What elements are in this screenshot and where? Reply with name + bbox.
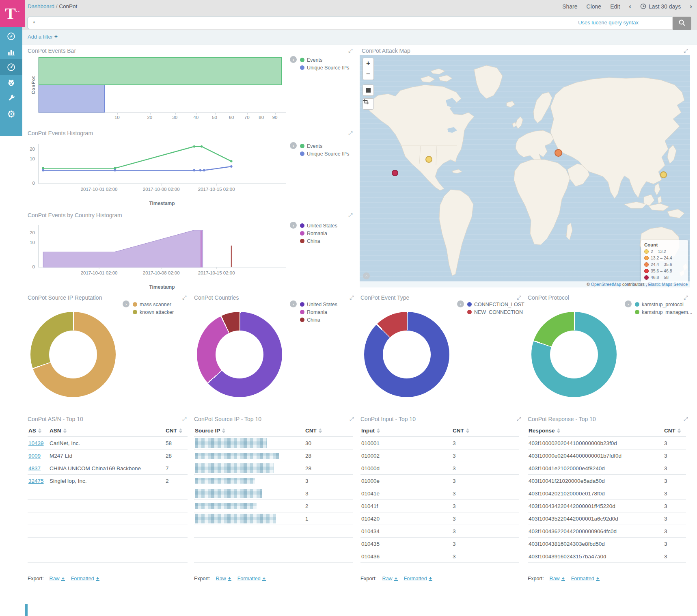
data-point[interactable] xyxy=(114,169,116,172)
data-point[interactable] xyxy=(199,169,202,172)
legend-item[interactable]: Events xyxy=(300,56,349,64)
export-formatted-link[interactable]: Formatted xyxy=(404,576,433,581)
expand-icon[interactable]: ⤢ xyxy=(350,294,354,301)
search-input[interactable] xyxy=(28,17,672,29)
sidebar-item-visualize[interactable] xyxy=(0,44,22,59)
sidebar-item-dashboard[interactable] xyxy=(0,59,22,75)
data-point[interactable] xyxy=(201,145,203,148)
bar-events[interactable] xyxy=(39,57,282,85)
data-point[interactable] xyxy=(193,169,196,172)
expand-icon[interactable]: ⤢ xyxy=(684,416,688,422)
sidebar-item-discover[interactable] xyxy=(0,28,22,44)
legend-toggle-button[interactable]: › xyxy=(625,300,632,307)
tmobile-logo[interactable]: T·· xyxy=(0,0,25,27)
expand-icon[interactable]: ⤢ xyxy=(182,416,186,422)
as-number-link[interactable]: 9009 xyxy=(28,453,41,459)
column-header-response[interactable]: Response xyxy=(528,425,663,437)
export-formatted-link[interactable]: Formatted xyxy=(71,576,100,581)
map-marker[interactable] xyxy=(660,171,667,178)
column-header-asn[interactable]: ASN xyxy=(49,425,165,437)
as-number-link[interactable]: 10439 xyxy=(28,440,44,446)
add-filter-link[interactable]: Add a filter + xyxy=(28,33,58,40)
search-button[interactable] xyxy=(673,17,691,30)
breadcrumb-dashboard-link[interactable]: Dashboard xyxy=(28,3,54,9)
column-header-cnt[interactable]: CNT xyxy=(452,425,519,437)
bar-unique-source-ips[interactable] xyxy=(39,85,105,112)
legend-item[interactable]: Unique Source IPs xyxy=(300,150,349,158)
expand-icon[interactable]: ⤢ xyxy=(684,48,688,54)
map-marker[interactable] xyxy=(555,149,562,157)
clone-button[interactable]: Clone xyxy=(587,3,602,10)
legend-toggle-button[interactable]: › xyxy=(290,56,297,63)
expand-icon[interactable]: ⤢ xyxy=(348,130,352,136)
expand-icon[interactable]: ⤢ xyxy=(684,294,688,301)
map-collapse-button[interactable]: › xyxy=(363,272,370,279)
expand-icon[interactable]: ⤢ xyxy=(348,212,352,218)
time-back-button[interactable]: ‹ xyxy=(629,3,631,10)
openstreetmap-link[interactable]: OpenStreetMap xyxy=(591,282,621,287)
legend-item[interactable]: Romania xyxy=(300,229,337,237)
export-raw-link[interactable]: Raw xyxy=(382,576,398,581)
column-header-cnt[interactable]: CNT xyxy=(165,425,188,437)
data-point[interactable] xyxy=(230,160,233,162)
donut-chart-countries[interactable] xyxy=(197,312,282,397)
sidebar-item-timelion[interactable] xyxy=(0,75,22,90)
export-formatted-link[interactable]: Formatted xyxy=(237,576,266,581)
legend-toggle-button[interactable]: › xyxy=(123,300,129,307)
legend-item[interactable]: kamstrup_protocol xyxy=(635,300,692,308)
column-header-source-ip[interactable]: Source IP xyxy=(194,425,304,437)
column-header-cnt[interactable]: CNT xyxy=(663,425,686,437)
export-raw-link[interactable]: Raw xyxy=(550,576,565,581)
data-point[interactable] xyxy=(42,167,44,170)
legend-item[interactable]: United States xyxy=(300,300,337,308)
legend-item[interactable]: Romania xyxy=(300,308,337,316)
column-header-input[interactable]: Input xyxy=(360,425,452,437)
legend-item[interactable]: CONNECTION_LOST xyxy=(467,300,524,308)
sidebar-item-dev-tools[interactable] xyxy=(0,90,22,106)
data-point[interactable] xyxy=(193,145,196,148)
data-point[interactable] xyxy=(42,169,44,172)
attack-map[interactable]: + − Count 2 – 13.213.2 – 24.424.4 – 35.6… xyxy=(360,55,690,287)
as-number-link[interactable]: 4837 xyxy=(28,465,41,471)
data-point[interactable] xyxy=(114,167,116,170)
edit-button[interactable]: Edit xyxy=(610,3,620,10)
time-picker[interactable]: Last 30 days xyxy=(640,3,681,10)
data-point[interactable] xyxy=(230,165,233,168)
time-forward-button[interactable]: › xyxy=(690,3,692,10)
as-number-link[interactable]: 32475 xyxy=(28,478,44,484)
chart-legend: ›EventsUnique Source IPs xyxy=(290,142,349,158)
lucene-syntax-link[interactable]: Uses lucene query syntax xyxy=(578,19,639,26)
legend-item[interactable]: Unique Source IPs xyxy=(300,64,349,71)
legend-item[interactable]: China xyxy=(300,316,337,324)
expand-icon[interactable]: ⤢ xyxy=(517,416,521,422)
expand-icon[interactable]: ⤢ xyxy=(182,294,186,301)
legend-toggle-button[interactable]: › xyxy=(290,300,297,307)
sidebar-item-management[interactable]: ⚙ xyxy=(0,106,22,122)
expand-icon[interactable]: ⤢ xyxy=(517,294,521,301)
map-marker[interactable] xyxy=(392,170,398,176)
legend-item[interactable]: United States xyxy=(300,222,337,229)
donut-chart-event-type[interactable] xyxy=(364,312,449,397)
map-marker[interactable] xyxy=(425,156,432,163)
elastic-maps-service-link[interactable]: Elastic Maps Service xyxy=(648,282,688,287)
legend-item[interactable]: kamstrup_managem... xyxy=(635,308,692,316)
column-header-as[interactable]: AS xyxy=(28,425,49,437)
legend-item[interactable]: NEW_CONNECTION xyxy=(467,308,524,316)
export-raw-link[interactable]: Raw xyxy=(50,576,65,581)
donut-chart-protocol[interactable] xyxy=(531,312,617,397)
share-button[interactable]: Share xyxy=(562,3,577,10)
legend-item[interactable]: known attacker xyxy=(133,308,174,316)
export-formatted-link[interactable]: Formatted xyxy=(571,576,600,581)
legend-toggle-button[interactable]: › xyxy=(290,222,297,229)
legend-item[interactable]: Events xyxy=(300,142,349,150)
legend-toggle-button[interactable]: › xyxy=(457,300,464,307)
expand-icon[interactable]: ⤢ xyxy=(350,416,354,422)
legend-item[interactable]: mass scanner xyxy=(133,300,174,308)
legend-toggle-button[interactable]: › xyxy=(290,142,297,149)
data-point[interactable] xyxy=(203,169,205,172)
expand-icon[interactable]: ⤢ xyxy=(348,48,352,54)
legend-item[interactable]: China xyxy=(300,237,337,245)
donut-chart-ip-reputation[interactable] xyxy=(30,312,116,397)
export-raw-link[interactable]: Raw xyxy=(216,576,232,581)
column-header-cnt[interactable]: CNT xyxy=(304,425,353,437)
